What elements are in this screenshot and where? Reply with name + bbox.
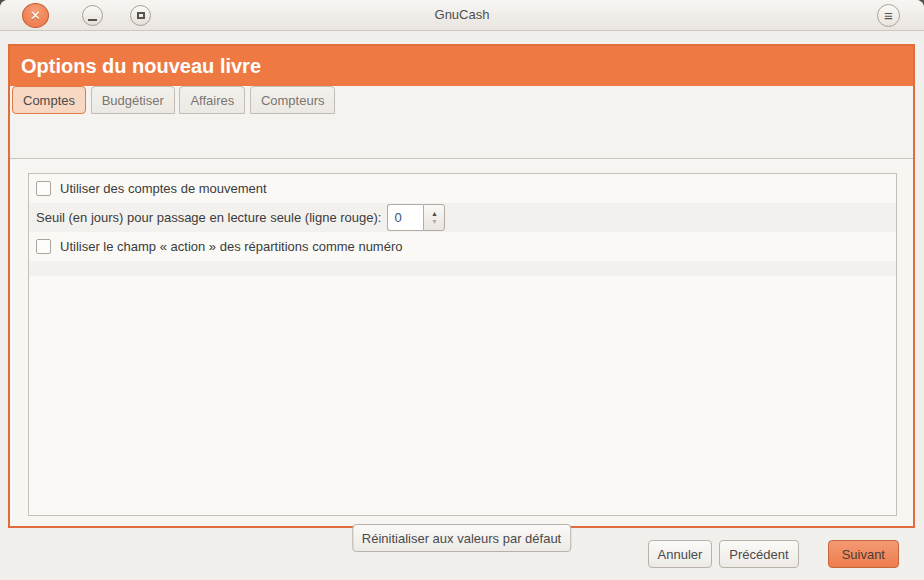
row-stripe bbox=[29, 261, 896, 276]
spinner-up-icon[interactable]: ▲ bbox=[431, 210, 438, 218]
action-button-row: Annuler Précédent Suivant bbox=[0, 540, 924, 568]
titlebar: ✕ GnuCash ≡ bbox=[0, 0, 924, 31]
hamburger-menu-icon: ≡ bbox=[884, 7, 893, 24]
readonly-threshold-input[interactable]: 0 bbox=[387, 204, 423, 231]
tab-affaires[interactable]: Affaires bbox=[179, 86, 245, 114]
tab-bar: Comptes Budgétiser Affaires Compteurs bbox=[10, 86, 913, 114]
option-row-trading-accounts: Utiliser des comptes de mouvement bbox=[29, 174, 896, 203]
back-button[interactable]: Précédent bbox=[719, 540, 798, 568]
minimize-button[interactable] bbox=[82, 5, 103, 26]
readonly-threshold-spinner: 0 ▲ ▼ bbox=[387, 204, 445, 231]
assistant-frame: Options du nouveau livre Comptes Budgéti… bbox=[8, 44, 915, 528]
option-row-split-action: Utiliser le champ « action » des réparti… bbox=[29, 232, 896, 261]
tab-compteurs[interactable]: Compteurs bbox=[250, 86, 336, 114]
minimize-icon bbox=[88, 19, 97, 21]
gnucash-window: ✕ GnuCash ≡ Options du nouveau livre Com… bbox=[0, 0, 924, 580]
options-panel: Utiliser des comptes de mouvement Seuil … bbox=[28, 173, 897, 516]
spinner-down-icon[interactable]: ▼ bbox=[431, 218, 438, 226]
tab-page-comptes: Utiliser des comptes de mouvement Seuil … bbox=[10, 158, 913, 526]
split-action-checkbox[interactable] bbox=[36, 239, 51, 254]
tab-budgetiser[interactable]: Budgétiser bbox=[91, 86, 175, 114]
maximize-button[interactable] bbox=[130, 5, 151, 26]
close-icon: ✕ bbox=[30, 8, 41, 23]
trading-accounts-label: Utiliser des comptes de mouvement bbox=[60, 181, 267, 196]
readonly-threshold-label: Seuil (en jours) pour passage en lecture… bbox=[36, 210, 381, 225]
trading-accounts-checkbox[interactable] bbox=[36, 181, 51, 196]
split-action-label: Utiliser le champ « action » des réparti… bbox=[60, 239, 402, 254]
page-title: Options du nouveau livre bbox=[10, 46, 913, 86]
maximize-icon bbox=[137, 12, 145, 19]
close-button[interactable]: ✕ bbox=[22, 3, 49, 28]
next-button[interactable]: Suivant bbox=[828, 540, 899, 568]
window-menu-button[interactable]: ≡ bbox=[877, 4, 900, 27]
option-row-readonly-threshold: Seuil (en jours) pour passage en lecture… bbox=[29, 203, 896, 232]
spinner-buttons[interactable]: ▲ ▼ bbox=[423, 204, 445, 231]
tab-comptes[interactable]: Comptes bbox=[12, 86, 86, 114]
cancel-button[interactable]: Annuler bbox=[648, 540, 713, 568]
